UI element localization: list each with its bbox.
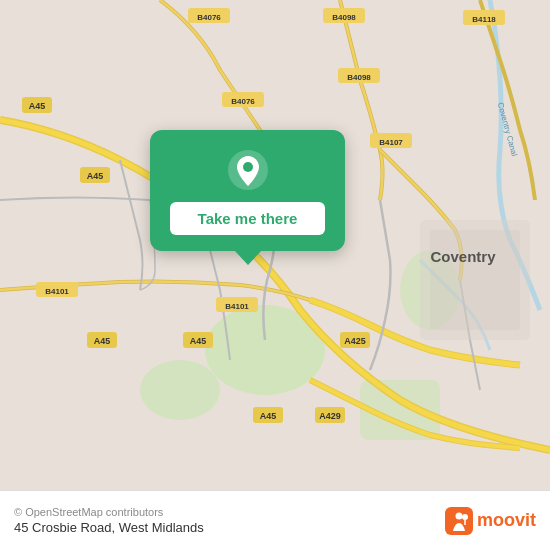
take-me-there-button[interactable]: Take me there [170,202,325,235]
map-view: A45 A45 A45 A45 A45 B4076 B4076 B4098 B4… [0,0,550,490]
location-pin-icon [226,148,270,192]
svg-text:A45: A45 [29,101,46,111]
svg-text:B4101: B4101 [225,302,249,311]
svg-point-40 [243,162,253,172]
svg-text:Coventry: Coventry [430,248,496,265]
moovit-logo: moovit [445,507,536,535]
svg-text:B4076: B4076 [231,97,255,106]
copyright-text: © OpenStreetMap contributors [14,506,204,518]
footer-info: © OpenStreetMap contributors 45 Crosbie … [14,506,204,535]
svg-text:B4098: B4098 [332,13,356,22]
moovit-wordmark: moovit [477,510,536,531]
svg-point-2 [140,360,220,420]
svg-text:A425: A425 [344,336,366,346]
address-text: 45 Crosbie Road, West Midlands [14,520,204,535]
moovit-brand-icon [445,507,473,535]
svg-text:A45: A45 [87,171,104,181]
svg-point-43 [462,514,468,520]
svg-text:A45: A45 [260,411,277,421]
svg-rect-6 [430,230,520,330]
svg-text:A429: A429 [319,411,341,421]
footer-bar: © OpenStreetMap contributors 45 Crosbie … [0,490,550,550]
svg-text:B4118: B4118 [472,15,496,24]
svg-text:A45: A45 [190,336,207,346]
svg-text:A45: A45 [94,336,111,346]
svg-text:B4107: B4107 [379,138,403,147]
svg-point-42 [455,512,462,519]
svg-text:B4076: B4076 [197,13,221,22]
location-popup[interactable]: Take me there [150,130,345,251]
svg-text:B4098: B4098 [347,73,371,82]
svg-text:B4101: B4101 [45,287,69,296]
